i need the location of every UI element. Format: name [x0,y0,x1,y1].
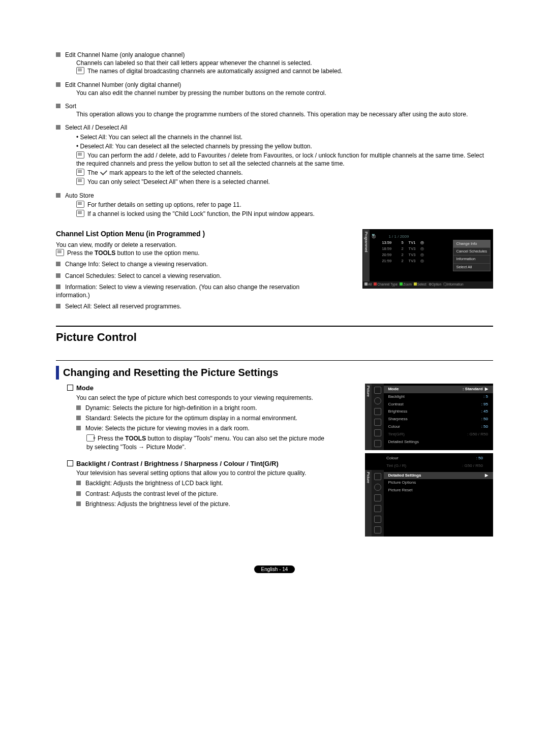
item-title: Edit Channel Name (only analogue channel… [65,51,185,58]
programmed-screenshot: Programmed ♥ ◍1 / 1 / 2009 13:595TV1◎ 18… [362,229,493,289]
menu-tab: Picture [365,470,372,537]
gear-icon [374,419,381,426]
square-bullet-icon [56,104,60,108]
note-line: The mark appears to the left of the sele… [76,169,493,177]
menu-row: Colour: 50 [384,423,493,431]
menu-row: Brightness: 45 [384,408,493,416]
square-bullet-icon [76,405,81,410]
menu-row: Picture Options [384,479,493,487]
note-icon [56,249,64,256]
square-bullet-icon [56,193,60,198]
sched-footer: All Channel Type Zoom Select ⚙Option ⓘIn… [363,281,493,288]
hr-thick [56,326,493,327]
support-icon [374,526,381,533]
item-desc: This operation allows you to change the … [76,110,493,118]
item-edit-channel-number: Edit Channel Number (only digital channe… [56,81,493,97]
item-title: Auto Store [65,192,94,199]
chevron-right-icon: ▶ [485,387,488,391]
square-bullet-icon [56,285,60,289]
square-bullet-icon [56,52,60,57]
menu-tab: Picture [365,384,372,450]
input-icon [374,429,381,436]
popup-item: Information [453,256,490,263]
note-icon [76,67,84,74]
note-icon [76,151,84,159]
bcb-item: Backlight: Adjusts the brightness of LCD… [76,479,325,487]
sched-popup: Change Info Cancel Schedules Information… [453,240,491,271]
square-bullet-icon [56,125,60,130]
menu-row: Detailed Settings▶ [384,472,493,480]
prog-item: Information: Select to view a viewing re… [56,283,310,299]
menu-screenshot: Colour: 50 Tint (G / R): G50 / R50 Pictu… [365,453,493,537]
note-line: For further details on setting up option… [76,201,493,209]
menu-row: Colour: 50 [382,455,488,462]
circle-icon [374,484,381,491]
page-footer: English - 14 [56,565,493,573]
bcb-item: Contrast: Adjusts the contrast level of … [76,490,325,498]
tv-icon [374,387,381,394]
support-icon [374,440,381,447]
menu-row: Detailed Settings [384,438,493,446]
menu-iconcol [372,470,384,537]
item-select-all: Select All / Deselect All Select All: Yo… [56,123,493,186]
gear-icon [374,505,381,512]
input-icon [374,516,381,523]
mode-intro: You can select the type of picture which… [76,394,325,402]
check-icon [100,168,107,175]
item-title: Sort [65,103,76,110]
square-bullet-icon [56,82,60,87]
square-bullet-icon [56,273,60,278]
menu-row: Picture Reset [384,487,493,494]
item-desc: Channels can labeled so that their call … [76,59,493,67]
note-icon [76,201,84,208]
popup-item: Change Info [453,240,490,248]
menu-row: Backlight: 5 [384,393,493,401]
note-icon [76,210,84,217]
item-title: Edit Channel Number (only digital channe… [65,81,181,88]
square-bullet-icon [76,416,81,420]
item-sort: Sort This operation allows you to change… [56,102,493,118]
square-bullet-icon [76,426,81,430]
menu-row: Tint(G/R): G50 / R50 [384,431,493,438]
menu-iconcol [372,384,384,450]
picture-control-heading: Picture Control [56,330,493,345]
popup-item: Select All [453,264,490,271]
item-auto-store: Auto Store For further details on settin… [56,192,493,218]
square-bullet-icon [56,262,60,266]
tools-icon [86,434,95,442]
checkbox-icon [67,385,73,391]
drop-icon [374,494,381,501]
menu-row: Tint (G / R): G50 / R50 [382,462,488,470]
sched-tab: Programmed [363,230,370,281]
mode-item: Movie: Selects the picture for viewing m… [76,424,325,432]
sub-bullet: Select All: You can select all the chann… [76,133,493,141]
item-title: Select All / Deselect All [65,124,127,131]
prog-item: Select All: Select all reserved programm… [56,302,493,310]
drop-icon [374,408,381,415]
menu-row: Mode: Standard ▶ [384,386,493,393]
bcb-item: Brightness: Adjusts the brightness level… [76,500,325,508]
item-desc: You can also edit the channel number by … [76,89,493,97]
menu-screenshot: Picture Mode: Standard ▶ Backlight: 5 Co… [365,384,493,450]
note-line: You can perform the add / delete, add to… [76,151,493,168]
popup-item: Cancel Schedules [453,248,490,256]
square-bullet-icon [76,481,81,485]
chevron-right-icon: ▶ [485,473,488,479]
tv-icon [374,473,381,480]
square-bullet-icon [76,491,81,496]
square-bullet-icon [76,501,81,506]
tools-note: Press the TOOLS button to display "Tools… [86,434,325,451]
sched-date: 1 / 1 / 2009 [388,234,409,239]
checkbox-icon [67,460,73,466]
mode-item: Standard: Selects the picture for the op… [76,414,325,422]
sub-bullet: Deselect All: You can deselect all the s… [76,142,493,150]
menu-row: Contrast: 95 [384,401,493,408]
note-line: If a channel is locked using the "Child … [76,210,493,218]
note-line: You can only select "Deselect All" when … [76,178,493,186]
item-edit-channel-name: Edit Channel Name (only analogue channel… [56,51,493,76]
picture-menu-screenshots: Picture Mode: Standard ▶ Backlight: 5 Co… [365,384,493,540]
circle-icon [374,397,381,404]
note-icon [76,178,84,185]
hr-thin [56,360,493,361]
mode-item: Dynamic: Selects the picture for high-de… [76,404,325,412]
